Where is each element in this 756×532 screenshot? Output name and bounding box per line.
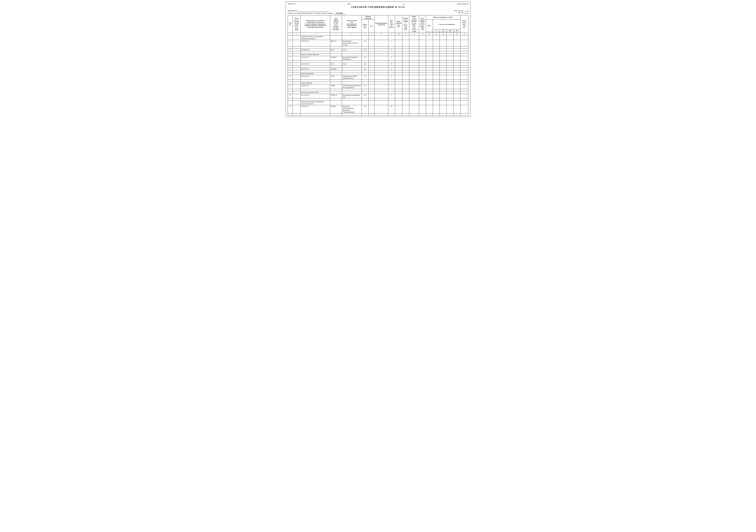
s4 (330, 35, 342, 40)
s8 (388, 53, 395, 56)
filler-cell (288, 114, 293, 115)
row-q2 (440, 84, 446, 89)
row-pos (293, 94, 301, 98)
row-type: 15кч18п2 (330, 56, 342, 61)
s18 (460, 53, 468, 56)
row-units (402, 75, 409, 80)
s4 (330, 82, 342, 84)
filler-cell (426, 89, 433, 91)
row-cost (460, 63, 468, 65)
filler-row (288, 51, 468, 53)
filler-cell (342, 61, 362, 63)
row-name: Ду 150, Ру 16 (301, 94, 330, 98)
s13 (426, 72, 433, 75)
row-cost (460, 94, 468, 98)
doc-io: (IO) (347, 3, 350, 5)
row-q4 (453, 63, 460, 65)
filler-cell (362, 70, 368, 72)
doc-number: ТП904-I-57 (288, 3, 296, 5)
row-total (426, 63, 433, 65)
row-pos (293, 67, 301, 70)
filler-cell (330, 46, 342, 49)
row-q4 (453, 105, 460, 113)
filler-cell (362, 61, 368, 63)
filler-cell (293, 70, 301, 72)
s17 (453, 101, 460, 105)
section-pos (293, 101, 301, 105)
s6a (362, 82, 368, 84)
filler-cell (419, 61, 426, 63)
row-nod (374, 84, 388, 89)
s12 (419, 82, 426, 84)
th-unit-name: наиме-нова-ние (362, 19, 368, 33)
filler-cell (362, 114, 368, 115)
row-pos (293, 40, 301, 46)
row-q1 (433, 94, 440, 98)
row-cost (460, 56, 468, 61)
filler-cell (426, 80, 433, 82)
row-total (426, 40, 433, 46)
table-row: Задвижки клиновые с выд-вижным шпинделем… (288, 35, 468, 40)
row-mfg: • (342, 67, 362, 70)
s5 (342, 101, 362, 105)
s11 (409, 72, 419, 75)
row-expected (409, 94, 419, 98)
th-balance: Зал-ежанияпотреб-ностина пла-нируе-мыйго… (419, 15, 426, 33)
total-sheets-row: Всего листов 3 (454, 10, 468, 12)
filler-cell (368, 114, 374, 115)
row-unit-name: шт (362, 84, 368, 89)
filler-cell (402, 46, 409, 49)
row-q2 (440, 75, 446, 80)
total-sheets-value: 3 (464, 10, 468, 12)
s10 (402, 35, 409, 40)
row-q1 (433, 63, 440, 65)
section-num (288, 101, 293, 105)
filler-cell (433, 70, 440, 72)
s11 (409, 101, 419, 105)
row-q3 (446, 40, 453, 46)
s11 (409, 82, 419, 84)
filler-cell (409, 51, 419, 53)
filler-row (288, 65, 468, 67)
filler-cell (288, 65, 293, 67)
row-num: 8 (288, 63, 293, 65)
filler-cell (288, 80, 293, 82)
filler-cell (395, 80, 402, 82)
row-need: 6 (388, 75, 395, 80)
s9 (395, 91, 402, 94)
th-price: Ценаединицытыс.руб. (395, 15, 402, 33)
filler-cell (460, 98, 468, 101)
row-need: I (388, 94, 395, 98)
table-body: Задвижки клиновые с выд-вижным шпинделем… (288, 35, 468, 115)
filler-cell (446, 51, 453, 53)
cn-18: 18 (453, 33, 460, 35)
filler-cell (446, 70, 453, 72)
filler-cell (453, 65, 460, 67)
filler-cell (446, 89, 453, 91)
filler-cell (301, 80, 330, 82)
row-name: Ду 50, Ру 16 (301, 75, 330, 80)
filler-cell (446, 46, 453, 49)
row-expected (409, 75, 419, 80)
cn-7: 7 (368, 33, 374, 35)
filler-cell (301, 114, 330, 115)
cn-13: 13 (419, 33, 426, 35)
cn-19: 19 (460, 33, 468, 35)
row-type: СППК.-16 (330, 94, 342, 98)
row-units (402, 67, 409, 70)
table-row: 9 Ду 25, Ру 16 15кч16р2 • шт I (288, 67, 468, 70)
row-total (426, 94, 433, 98)
s10 (402, 53, 409, 56)
s7 (374, 82, 388, 84)
section-text: Задвижки клиновые с выд-вижным шпинделем… (301, 35, 330, 40)
filler-cell (440, 51, 446, 53)
filler-cell (301, 70, 330, 72)
filler-cell (362, 46, 368, 49)
row-unit-cod (368, 67, 374, 70)
filler-cell (342, 65, 362, 67)
table-row: Клапан предохранительный (288, 91, 468, 94)
row-units (402, 56, 409, 61)
filler-cell (453, 70, 460, 72)
row-num: 6 (288, 49, 293, 51)
section-pos (293, 53, 301, 56)
